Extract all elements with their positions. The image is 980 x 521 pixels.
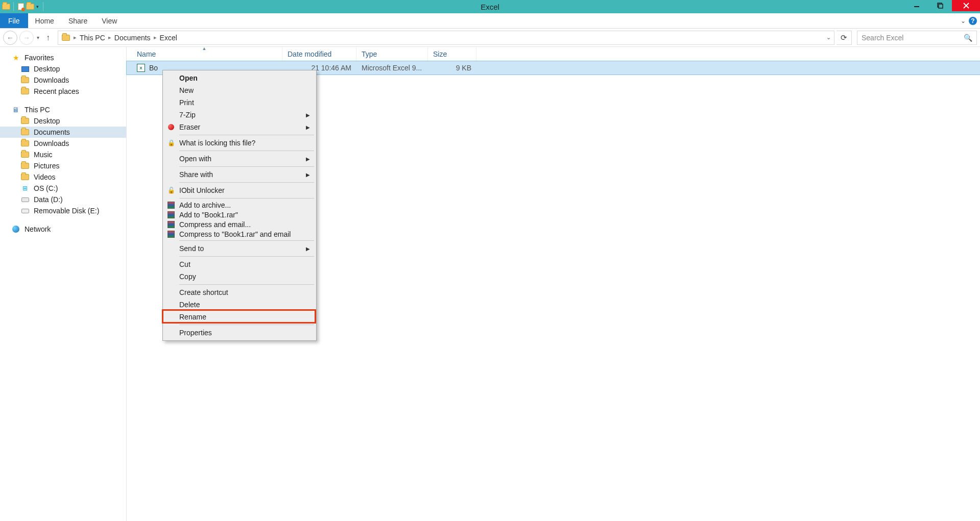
context-menu-add-archive[interactable]: Add to archive... [164, 200, 315, 210]
breadcrumb-separator-icon[interactable]: ▸ [154, 34, 157, 41]
sidebar-item-label: Downloads [34, 76, 69, 84]
context-menu: Open New Print 7-Zip▶ Eraser▶ 🔒What is l… [162, 70, 317, 341]
back-button[interactable]: ← [3, 31, 17, 45]
file-tab[interactable]: File [0, 13, 28, 28]
qat-dropdown-icon[interactable]: ▾ [35, 4, 40, 9]
context-menu-delete[interactable]: Delete [164, 299, 315, 311]
minimize-button[interactable] [905, 0, 928, 11]
sidebar-item-videos[interactable]: Videos [0, 171, 126, 183]
context-menu-eraser[interactable]: Eraser▶ [164, 121, 315, 133]
file-size: 9 KB [428, 64, 476, 72]
desktop-icon [20, 65, 30, 73]
context-menu-properties[interactable]: Properties [164, 327, 315, 339]
recent-icon [20, 87, 30, 95]
breadcrumb-documents[interactable]: Documents [114, 34, 151, 42]
quick-access-toolbar: ▾ [0, 0, 45, 13]
sidebar-item-os-c[interactable]: ⊞OS (C:) [0, 183, 126, 194]
sidebar-item-documents[interactable]: Documents [0, 127, 126, 138]
address-dropdown-icon[interactable]: ⌄ [826, 34, 831, 41]
refresh-button[interactable]: ⟳ [836, 31, 852, 45]
address-bar[interactable]: ▸ This PC ▸ Documents ▸ Excel ⌄ [58, 31, 834, 45]
sidebar-item-pictures[interactable]: Pictures [0, 160, 126, 171]
qat-separator-2 [43, 2, 43, 11]
context-menu-7zip[interactable]: 7-Zip▶ [164, 109, 315, 121]
forward-button[interactable]: → [19, 31, 34, 45]
sidebar-item-recent[interactable]: Recent places [0, 86, 126, 97]
close-button[interactable] [952, 0, 980, 11]
context-menu-compress-email[interactable]: Compress and email... [164, 219, 315, 229]
sidebar-item-label: Data (D:) [34, 195, 63, 204]
up-button[interactable]: ↑ [42, 32, 54, 43]
context-menu-new[interactable]: New [164, 84, 315, 96]
context-menu-iobit-unlocker[interactable]: 🔓IObit Unlocker [164, 184, 315, 196]
folder-icon [20, 117, 30, 125]
folder-icon [20, 162, 30, 170]
sidebar-favorites[interactable]: ★Favorites [0, 52, 126, 63]
explorer-body: ★Favorites Desktop Downloads Recent plac… [0, 47, 980, 521]
search-input[interactable]: Search Excel 🔍 [857, 31, 977, 45]
sidebar-item-label: Pictures [34, 162, 60, 170]
context-menu-print[interactable]: Print [164, 96, 315, 109]
maximize-button[interactable] [928, 0, 952, 11]
context-menu-rename[interactable]: Rename [164, 311, 315, 323]
breadcrumb-this-pc[interactable]: This PC [80, 34, 105, 42]
file-name: Bo [149, 64, 158, 72]
column-header-type[interactable]: Type [356, 47, 428, 61]
new-folder-icon[interactable] [26, 3, 34, 11]
iobit-icon: 🔓 [167, 186, 175, 194]
context-menu-open[interactable]: Open [164, 72, 315, 84]
star-icon: ★ [11, 54, 20, 62]
sidebar-item-label: Videos [34, 173, 56, 181]
winrar-icon [167, 211, 175, 219]
breadcrumb-separator-icon[interactable]: ▸ [108, 34, 111, 41]
window-title: Excel [0, 3, 980, 11]
windows-drive-icon: ⊞ [20, 184, 30, 192]
sidebar-item-label: Documents [34, 128, 70, 136]
sidebar-item-label: Recent places [34, 87, 79, 95]
sidebar-item-removable-e[interactable]: Removable Disk (E:) [0, 205, 126, 216]
tab-view[interactable]: View [94, 13, 124, 28]
sidebar-network[interactable]: Network [0, 224, 126, 235]
tab-share[interactable]: Share [61, 13, 94, 28]
help-icon[interactable]: ? [969, 17, 977, 25]
lock-icon: 🔒 [167, 139, 175, 147]
menu-separator [179, 240, 314, 241]
sidebar-item-label: Music [34, 151, 53, 159]
breadcrumb-separator-icon[interactable]: ▸ [74, 34, 77, 41]
folder-icon [20, 139, 30, 147]
folder-icon [20, 76, 30, 84]
ribbon-expand-icon[interactable]: ⌄ [961, 17, 966, 24]
history-dropdown-icon[interactable]: ▾ [36, 35, 40, 40]
sidebar-label: Favorites [25, 54, 54, 62]
context-menu-what-is-locking[interactable]: 🔒What is locking this file? [164, 137, 315, 149]
sidebar-item-desktop[interactable]: Desktop [0, 63, 126, 75]
eraser-icon [167, 123, 175, 131]
sidebar-item-music[interactable]: Music [0, 149, 126, 160]
navigation-pane: ★Favorites Desktop Downloads Recent plac… [0, 47, 127, 521]
tab-home[interactable]: Home [28, 13, 61, 28]
sidebar-item-desktop-pc[interactable]: Desktop [0, 115, 126, 127]
sidebar-item-data-d[interactable]: Data (D:) [0, 194, 126, 205]
sidebar-this-pc[interactable]: 🖥This PC [0, 104, 126, 115]
qat-separator [13, 2, 14, 11]
sidebar-item-downloads[interactable]: Downloads [0, 75, 126, 86]
properties-icon[interactable] [17, 3, 25, 11]
column-header-date[interactable]: Date modified [282, 47, 356, 61]
context-menu-compress-book1-email[interactable]: Compress to "Book1.rar" and email [164, 229, 315, 239]
context-menu-open-with[interactable]: Open with▶ [164, 153, 315, 165]
sidebar-item-label: OS (C:) [34, 184, 58, 192]
context-menu-share-with[interactable]: Share with▶ [164, 168, 315, 181]
winrar-icon [167, 220, 175, 229]
context-menu-add-book1-rar[interactable]: Add to "Book1.rar" [164, 210, 315, 219]
sidebar-label: This PC [25, 106, 50, 114]
submenu-arrow-icon: ▶ [306, 112, 310, 118]
column-header-size[interactable]: Size [428, 47, 476, 61]
context-menu-create-shortcut[interactable]: Create shortcut [164, 286, 315, 299]
column-header-name[interactable]: ▲Name [127, 47, 282, 61]
sidebar-item-downloads-pc[interactable]: Downloads [0, 138, 126, 149]
breadcrumb-excel[interactable]: Excel [160, 34, 177, 42]
menu-separator [179, 182, 314, 183]
context-menu-copy[interactable]: Copy [164, 270, 315, 283]
context-menu-send-to[interactable]: Send to▶ [164, 242, 315, 255]
context-menu-cut[interactable]: Cut [164, 258, 315, 270]
